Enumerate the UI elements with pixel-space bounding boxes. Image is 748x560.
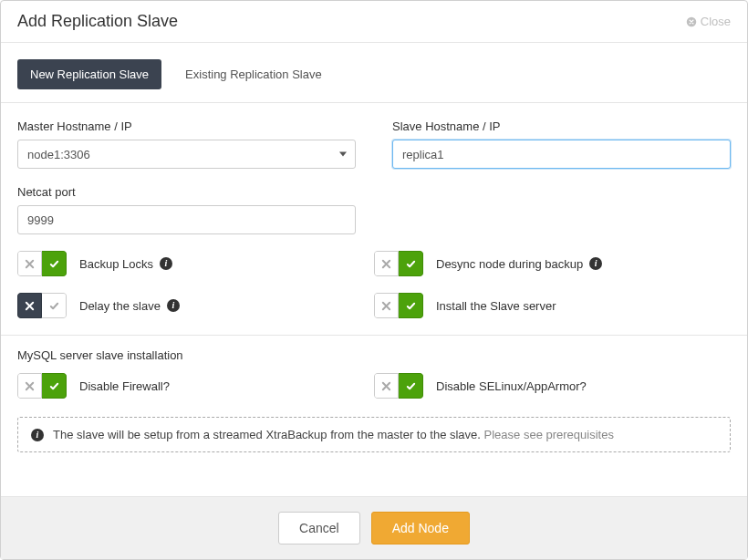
tab-new-replication-slave[interactable]: New Replication Slave bbox=[17, 59, 161, 89]
toggle-on-button[interactable] bbox=[42, 251, 67, 276]
divider bbox=[1, 335, 747, 336]
toggle-on-button[interactable] bbox=[399, 373, 423, 399]
info-icon: i bbox=[31, 429, 44, 441]
disable-firewall-toggle[interactable] bbox=[17, 373, 67, 399]
tab-bar: New Replication Slave Existing Replicati… bbox=[17, 59, 731, 89]
divider bbox=[1, 102, 747, 103]
install-slave-label: Install the Slave server bbox=[436, 299, 556, 313]
modal-body: New Replication Slave Existing Replicati… bbox=[1, 43, 747, 496]
disable-selinux-label: Disable SELinux/AppArmor? bbox=[436, 379, 587, 393]
backup-locks-label: Backup Locks bbox=[79, 257, 153, 271]
check-icon bbox=[49, 259, 59, 269]
toggle-off-button[interactable] bbox=[17, 251, 42, 276]
toggle-off-button[interactable] bbox=[17, 293, 42, 318]
toggle-on-button[interactable] bbox=[399, 293, 423, 318]
toggle-off-button[interactable] bbox=[374, 373, 399, 399]
delay-slave-toggle[interactable] bbox=[17, 293, 67, 318]
x-icon bbox=[381, 301, 391, 311]
check-icon bbox=[406, 381, 416, 391]
prerequisites-link[interactable]: Please see prerequisites bbox=[484, 428, 614, 441]
backup-locks-toggle[interactable] bbox=[17, 251, 67, 276]
cancel-button[interactable]: Cancel bbox=[278, 512, 360, 544]
x-icon bbox=[25, 301, 35, 311]
toggle-on-button[interactable] bbox=[42, 293, 67, 318]
toggle-on-button[interactable] bbox=[42, 373, 67, 399]
toggle-on-button[interactable] bbox=[399, 251, 423, 276]
desync-toggle[interactable] bbox=[374, 251, 423, 276]
tab-existing-replication-slave[interactable]: Existing Replication Slave bbox=[182, 59, 326, 89]
mysql-section-title: MySQL server slave installation bbox=[17, 348, 731, 362]
toggle-off-button[interactable] bbox=[17, 373, 42, 399]
desync-label: Desync node during backup bbox=[436, 257, 583, 271]
info-icon[interactable]: i bbox=[589, 257, 602, 270]
delay-slave-label: Delay the slave bbox=[79, 299, 161, 313]
toggle-off-button[interactable] bbox=[374, 251, 399, 276]
note-text: The slave will be setup from a streamed … bbox=[53, 428, 481, 441]
netcat-port-input[interactable] bbox=[17, 205, 356, 234]
info-icon[interactable]: i bbox=[167, 299, 180, 312]
add-replication-slave-modal: Add Replication Slave Close New Replicat… bbox=[0, 0, 748, 560]
options-grid: Backup Locks i Desync node during backup… bbox=[17, 251, 731, 318]
master-hostname-label: Master Hostname / IP bbox=[17, 119, 356, 133]
mysql-options-grid: Disable Firewall? Disable SELinux/AppArm… bbox=[17, 373, 731, 399]
check-icon bbox=[406, 259, 416, 269]
netcat-port-label: Netcat port bbox=[17, 185, 356, 199]
x-icon bbox=[25, 381, 35, 391]
modal-footer: Cancel Add Node bbox=[1, 496, 747, 559]
slave-hostname-input[interactable] bbox=[392, 140, 731, 169]
check-icon bbox=[49, 381, 59, 391]
add-node-button[interactable]: Add Node bbox=[371, 512, 470, 544]
check-icon bbox=[49, 301, 59, 311]
install-slave-toggle[interactable] bbox=[374, 293, 423, 318]
check-icon bbox=[406, 301, 416, 311]
toggle-off-button[interactable] bbox=[374, 293, 399, 318]
slave-hostname-label: Slave Hostname / IP bbox=[392, 119, 731, 133]
x-icon bbox=[25, 259, 35, 269]
modal-header: Add Replication Slave Close bbox=[1, 1, 747, 43]
master-hostname-select[interactable]: node1:3306 bbox=[17, 140, 356, 169]
x-icon bbox=[381, 381, 391, 391]
close-icon bbox=[686, 16, 697, 27]
modal-title: Add Replication Slave bbox=[17, 12, 178, 31]
info-icon[interactable]: i bbox=[160, 257, 172, 270]
close-button[interactable]: Close bbox=[686, 15, 731, 28]
close-label: Close bbox=[701, 15, 731, 28]
prerequisites-note: i The slave will be setup from a streame… bbox=[17, 417, 731, 452]
x-icon bbox=[381, 259, 391, 269]
disable-firewall-label: Disable Firewall? bbox=[79, 379, 170, 393]
disable-selinux-toggle[interactable] bbox=[374, 373, 423, 399]
